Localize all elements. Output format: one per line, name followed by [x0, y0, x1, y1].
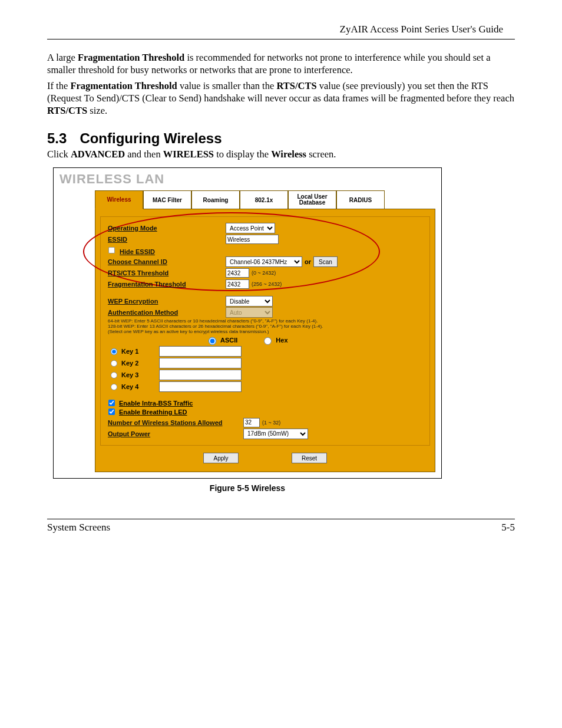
select-output-power[interactable]: 17dBm (50mW)	[243, 429, 308, 439]
tab-roaming[interactable]: Roaming	[191, 190, 240, 209]
apply-button[interactable]: Apply	[203, 453, 239, 463]
section-intro: Click ADVANCED and then WIRELESS to disp…	[47, 148, 515, 160]
range-stations: (1 ~ 32)	[262, 420, 280, 426]
label-hide-essid: Hide ESSID	[105, 246, 226, 255]
radio-ascii[interactable]	[209, 337, 216, 345]
select-channel[interactable]: Channel-06 2437MHz	[226, 256, 302, 267]
input-rtscts[interactable]	[226, 268, 249, 278]
input-frag[interactable]	[226, 279, 249, 289]
panel-inner: Operating Mode Access Point ESSID Hide E…	[100, 216, 430, 446]
text: A large	[47, 52, 78, 63]
scan-button[interactable]: Scan	[313, 256, 338, 267]
input-key2[interactable]	[159, 358, 242, 368]
label-wep: WEP Encryption	[105, 298, 226, 305]
label-stations: Number of Wireless Stations Allowed	[105, 419, 243, 426]
label-operating-mode: Operating Mode	[105, 225, 226, 232]
input-essid[interactable]	[226, 235, 279, 244]
input-key3[interactable]	[159, 370, 242, 380]
header-guide-title: ZyAIR Access Point Series User's Guide	[47, 24, 515, 35]
text-hide-essid: Hide ESSID	[120, 248, 155, 255]
paragraph-1: A large Fragmentation Threshold is recom…	[47, 51, 515, 76]
radio-key3[interactable]	[111, 372, 117, 378]
text: If the	[47, 80, 70, 91]
radio-key2[interactable]	[111, 360, 117, 367]
term-frag-threshold: Fragmentation Threshold	[70, 80, 177, 91]
label-intra-bss: Enable Intra-BSS Traffic	[119, 400, 193, 407]
tab-mac-filter[interactable]: MAC Filter	[143, 190, 191, 209]
text: screen.	[306, 149, 336, 160]
select-operating-mode[interactable]: Access Point	[226, 223, 275, 233]
text-or: or	[305, 258, 311, 265]
checkbox-intra-bss[interactable]	[108, 400, 115, 406]
input-key4[interactable]	[159, 381, 242, 392]
radio-hex[interactable]	[264, 337, 272, 345]
wep-note-line: 128-bit WEP: Enter 13 ASCII characters o…	[108, 324, 343, 329]
select-wep[interactable]: Disable	[226, 296, 273, 307]
term-frag-threshold: Fragmentation Threshold	[78, 52, 184, 63]
text: value is smaller than the	[177, 80, 277, 91]
text-ascii: ASCII	[220, 337, 237, 344]
term-wireless-screen: Wireless	[271, 149, 306, 160]
footer-rule	[47, 519, 515, 519]
radio-hex-label[interactable]: Hex	[261, 335, 287, 345]
footer-page-number: 5-5	[501, 522, 515, 533]
label-rtscts: RTS/CTS Threshold	[105, 269, 226, 276]
term-rts-cts: RTS/CTS	[276, 80, 316, 91]
label-output-power: Output Power	[105, 430, 243, 437]
section-heading: 5.3Configuring Wireless	[47, 130, 515, 147]
section-number: 5.3	[47, 130, 67, 147]
checkbox-hide-essid[interactable]	[108, 247, 115, 253]
checkbox-breathing-led[interactable]	[108, 409, 115, 415]
figure-caption: Figure 5-5 Wireless	[53, 483, 442, 493]
text-hex: Hex	[276, 337, 287, 344]
reset-button[interactable]: Reset	[292, 453, 327, 463]
wireless-panel: Operating Mode Access Point ESSID Hide E…	[95, 209, 435, 473]
tab-local-user-db[interactable]: Local User Database	[288, 190, 336, 209]
term-advanced: ADVANCED	[71, 149, 125, 160]
input-stations[interactable]	[243, 418, 260, 427]
label-essid: ESSID	[105, 236, 226, 243]
select-auth[interactable]: Auto	[226, 307, 273, 318]
screenshot-title: WIRELESS LAN	[59, 172, 435, 187]
wep-note-line: (Select one WEP key as an active key to …	[108, 329, 343, 334]
range-rtscts: (0 ~ 2432)	[252, 270, 276, 276]
text: Click	[47, 149, 71, 160]
radio-key4[interactable]	[111, 384, 117, 390]
range-frag: (256 ~ 2432)	[252, 281, 282, 287]
tab-wireless[interactable]: Wireless	[95, 190, 143, 209]
term-wireless: WIRELESS	[163, 149, 214, 160]
text: size.	[87, 105, 107, 116]
tab-8021x[interactable]: 802.1x	[240, 190, 288, 209]
label-frag: Fragmentation Threshold	[105, 281, 226, 288]
tab-bar: Wireless MAC Filter Roaming 802.1x Local…	[95, 190, 435, 209]
header-rule	[47, 39, 515, 39]
paragraph-2: If the Fragmentation Threshold value is …	[47, 80, 515, 117]
input-key1[interactable]	[159, 346, 242, 357]
text: to display the	[214, 149, 271, 160]
section-title: Configuring Wireless	[80, 130, 222, 146]
radio-key1[interactable]	[111, 348, 117, 355]
label-key4: Key 4	[121, 383, 159, 390]
wep-note-line: 64-bit WEP: Enter 5 ASCII characters or …	[108, 318, 343, 324]
tab-radius[interactable]: RADIUS	[336, 190, 385, 209]
radio-ascii-label[interactable]: ASCII	[206, 335, 237, 345]
screenshot-frame: WIRELESS LAN Wireless MAC Filter Roaming…	[53, 167, 442, 479]
label-key3: Key 3	[121, 371, 159, 378]
label-auth: Authentication Method	[105, 309, 226, 316]
wep-note: 64-bit WEP: Enter 5 ASCII characters or …	[105, 318, 343, 335]
label-breathing-led: Enable Breathing LED	[119, 409, 187, 416]
label-channel: Choose Channel ID	[105, 258, 226, 265]
text: and then	[125, 149, 163, 160]
label-key2: Key 2	[121, 360, 159, 367]
term-rts-cts: RTS/CTS	[47, 105, 87, 116]
footer: System Screens 5-5	[47, 519, 515, 533]
footer-section: System Screens	[47, 522, 110, 533]
label-key1: Key 1	[121, 348, 159, 355]
